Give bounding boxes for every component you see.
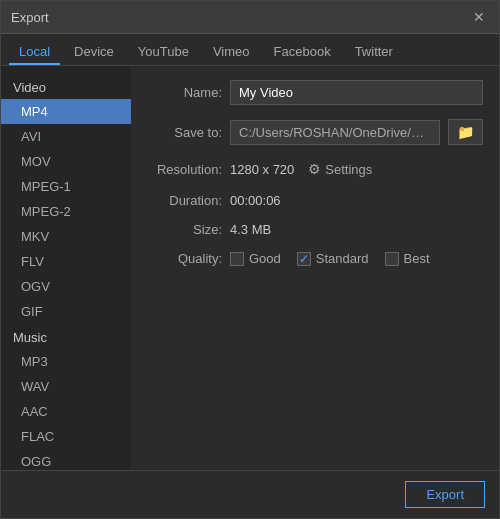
sidebar-item-avi[interactable]: AVI <box>1 124 131 149</box>
sidebar-item-flv[interactable]: FLV <box>1 249 131 274</box>
size-label: Size: <box>147 222 222 237</box>
main-content: Name: Save to: C:/Users/ROSHAN/OneDrive/… <box>131 66 499 470</box>
resolution-row: Resolution: 1280 x 720 ⚙ Settings <box>147 159 483 179</box>
quality-checkbox-standard[interactable]: ✓ <box>297 252 311 266</box>
folder-icon: 📁 <box>457 124 474 140</box>
size-value: 4.3 MB <box>230 222 271 237</box>
tab-youtube[interactable]: YouTube <box>128 40 199 65</box>
checkmark-icon: ✓ <box>299 253 309 265</box>
quality-label-best: Best <box>404 251 430 266</box>
sidebar-item-ogg[interactable]: OGG <box>1 449 131 470</box>
sidebar-item-mpeg2[interactable]: MPEG-2 <box>1 199 131 224</box>
sidebar-item-ogv[interactable]: OGV <box>1 274 131 299</box>
export-window: Export ✕ Local Device YouTube Vimeo Face… <box>0 0 500 519</box>
quality-option-best[interactable]: Best <box>385 251 430 266</box>
sidebar-item-mp3[interactable]: MP3 <box>1 349 131 374</box>
quality-option-good[interactable]: Good <box>230 251 281 266</box>
sidebar-item-mp4[interactable]: MP4 <box>1 99 131 124</box>
tab-local[interactable]: Local <box>9 40 60 65</box>
close-button[interactable]: ✕ <box>469 7 489 27</box>
tab-vimeo[interactable]: Vimeo <box>203 40 260 65</box>
sidebar-item-mkv[interactable]: MKV <box>1 224 131 249</box>
footer: Export <box>1 470 499 518</box>
saveto-label: Save to: <box>147 125 222 140</box>
window-title: Export <box>11 10 49 25</box>
quality-options: Good ✓ Standard Best <box>230 251 430 266</box>
export-button[interactable]: Export <box>405 481 485 508</box>
name-label: Name: <box>147 85 222 100</box>
tab-facebook[interactable]: Facebook <box>264 40 341 65</box>
quality-checkbox-good[interactable] <box>230 252 244 266</box>
quality-option-standard[interactable]: ✓ Standard <box>297 251 369 266</box>
quality-label: Quality: <box>147 251 222 266</box>
duration-row: Duration: 00:00:06 <box>147 193 483 208</box>
saveto-row: Save to: C:/Users/ROSHAN/OneDrive/Docume… <box>147 119 483 145</box>
resolution-value: 1280 x 720 <box>230 162 294 177</box>
tab-bar: Local Device YouTube Vimeo Facebook Twit… <box>1 34 499 66</box>
sidebar-item-aac[interactable]: AAC <box>1 399 131 424</box>
sidebar-item-mov[interactable]: MOV <box>1 149 131 174</box>
tab-device[interactable]: Device <box>64 40 124 65</box>
quality-checkbox-best[interactable] <box>385 252 399 266</box>
sidebar-group-music: Music <box>1 324 131 349</box>
gear-icon: ⚙ <box>308 161 321 177</box>
quality-row: Quality: Good ✓ Standard Best <box>147 251 483 266</box>
duration-value: 00:00:06 <box>230 193 281 208</box>
size-row: Size: 4.3 MB <box>147 222 483 237</box>
duration-label: Duration: <box>147 193 222 208</box>
quality-label-standard: Standard <box>316 251 369 266</box>
resolution-label: Resolution: <box>147 162 222 177</box>
settings-label: Settings <box>325 162 372 177</box>
browse-folder-button[interactable]: 📁 <box>448 119 483 145</box>
sidebar-item-flac[interactable]: FLAC <box>1 424 131 449</box>
sidebar-group-video: Video <box>1 74 131 99</box>
name-input[interactable] <box>230 80 483 105</box>
saveto-path[interactable]: C:/Users/ROSHAN/OneDrive/Documents/i... <box>230 120 440 145</box>
tab-twitter[interactable]: Twitter <box>345 40 403 65</box>
sidebar-item-gif[interactable]: GIF <box>1 299 131 324</box>
settings-button[interactable]: ⚙ Settings <box>302 159 378 179</box>
name-row: Name: <box>147 80 483 105</box>
sidebar-item-wav[interactable]: WAV <box>1 374 131 399</box>
quality-label-good: Good <box>249 251 281 266</box>
sidebar: Video MP4 AVI MOV MPEG-1 MPEG-2 MKV FLV … <box>1 66 131 470</box>
title-bar: Export ✕ <box>1 1 499 34</box>
body: Video MP4 AVI MOV MPEG-1 MPEG-2 MKV FLV … <box>1 66 499 470</box>
sidebar-item-mpeg1[interactable]: MPEG-1 <box>1 174 131 199</box>
